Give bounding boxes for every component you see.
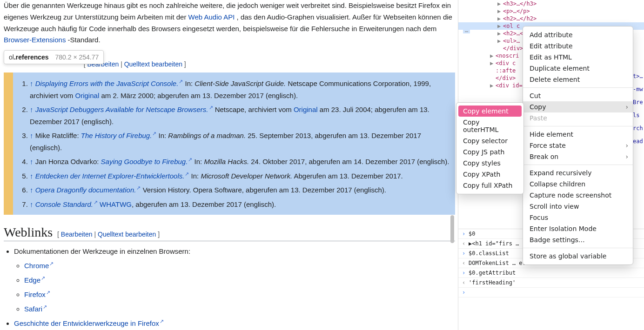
expand-triangle-icon[interactable]: ▶: [490, 60, 493, 66]
ref-backlink[interactable]: ↑: [30, 79, 34, 87]
menu-item-paste: Paste: [523, 112, 633, 124]
list-item: Geschichte der Entwicklerwerkzeuge in Fi…: [14, 317, 455, 330]
reference-item: ↑ Mike Ratcliffe: The History of Firebug…: [30, 129, 451, 153]
external-link-icon: ↗: [94, 199, 98, 205]
dom-node-row[interactable]: ▶<p>…</p>: [458, 7, 644, 15]
menu-item-copy-outerhtml[interactable]: Copy outerHTML: [456, 117, 523, 135]
menu-item-copy-styles[interactable]: Copy styles: [456, 158, 523, 169]
ref-backlink[interactable]: ↑: [30, 200, 34, 208]
chevron-right-icon: ›: [625, 103, 628, 111]
console-input-row[interactable]: ›: [458, 288, 644, 297]
menu-item-edit-as-html[interactable]: Edit as HTML: [523, 52, 633, 63]
expand-triangle-icon[interactable]: ▶: [497, 30, 501, 37]
menu-item-expand-recursively[interactable]: Expand recursively: [523, 167, 633, 178]
menu-item-hide-element[interactable]: Hide element: [523, 129, 633, 140]
reference-item: ↑ JavaScript Debuggers Available for Net…: [30, 103, 451, 127]
menu-item-copy[interactable]: Copy›: [523, 101, 633, 112]
context-submenu-copy[interactable]: Copy elementCopy outerHTMLCopy selectorC…: [456, 102, 524, 194]
menu-item-cut[interactable]: Cut: [523, 90, 633, 101]
chevron-right-icon: ›: [625, 142, 628, 149]
list-item: Safari↗: [24, 303, 455, 315]
menu-item-copy-full-xpath[interactable]: Copy full XPath: [456, 180, 523, 191]
ref-backlink[interactable]: ↑: [30, 106, 34, 113]
weblinks-header: Weblinks [ Bearbeiten | Quelltext bearbe…: [4, 225, 455, 241]
menu-item-capture-node-screenshot[interactable]: Capture node screenshot: [523, 190, 633, 201]
menu-separator: [523, 126, 633, 126]
menu-item-copy-selector[interactable]: Copy selector: [456, 135, 523, 146]
tooltip-tag: ol: [9, 53, 14, 61]
console-output-row: ‹'firstHeading': [458, 278, 644, 288]
ref-original-link[interactable]: Original: [294, 106, 318, 113]
menu-item-copy-element[interactable]: Copy element: [458, 106, 522, 117]
prompt-icon: ›: [462, 231, 469, 237]
menu-item-store-as-global-variable[interactable]: Store as global variable: [523, 251, 633, 262]
expand-triangle-icon[interactable]: ▶: [497, 0, 501, 7]
ref-title-link[interactable]: Saying Goodbye to Firebug.: [101, 158, 188, 165]
menu-item-edit-attribute[interactable]: Edit attribute: [523, 40, 633, 52]
external-link-icon: ↗: [209, 105, 213, 110]
link-browser[interactable]: Safari: [24, 305, 42, 313]
menu-item-copy-xpath[interactable]: Copy XPath: [456, 169, 523, 180]
menu-item-collapse-children[interactable]: Collapse children: [523, 178, 633, 190]
scrollbar-thumb[interactable]: [450, 215, 454, 243]
dom-node-row[interactable]: ▶<h3>…</h3>: [458, 0, 644, 7]
link-browser[interactable]: Chrome: [24, 262, 49, 270]
ref-backlink[interactable]: ↑: [30, 158, 34, 165]
ref-title-link[interactable]: Displaying Errors with the JavaScript Co…: [35, 79, 179, 87]
menu-item-delete-element[interactable]: Delete element: [523, 74, 633, 85]
ref-title-link[interactable]: Entdecken der Internet Explorer-Entwickl…: [35, 172, 185, 180]
highlight-margin-bar: [4, 73, 13, 215]
link-browser-extensions[interactable]: Browser-Extensions: [4, 36, 66, 44]
prompt-icon: ›: [462, 270, 469, 276]
menu-item-badge-settings-[interactable]: Badge settings…: [523, 234, 633, 245]
reference-item: ↑ Opera Dragonfly documentation.↗ Versio…: [30, 184, 451, 196]
edit-link[interactable]: Bearbeiten: [61, 231, 93, 238]
link-browser[interactable]: Edge: [24, 276, 40, 284]
reference-item: ↑ Entdecken der Internet Explorer-Entwic…: [30, 170, 451, 182]
menu-separator: [523, 87, 633, 88]
external-link-icon: ↗: [152, 131, 156, 136]
tooltip-dimensions: 780.2 × 254.77: [55, 53, 99, 61]
references-block: ↑ Displaying Errors with the JavaScript …: [4, 73, 455, 215]
external-link-icon: ↗: [49, 261, 54, 266]
ref-backlink[interactable]: ↑: [30, 132, 34, 139]
scrollbar-track[interactable]: [449, 0, 455, 330]
menu-item-scroll-into-view[interactable]: Scroll into view: [523, 201, 633, 212]
ref-by-link[interactable]: WHATWG: [98, 200, 132, 208]
ref-backlink[interactable]: ↑: [30, 186, 34, 194]
expand-triangle-icon[interactable]: ▶: [490, 53, 493, 59]
expand-triangle-icon[interactable]: ▶: [497, 23, 501, 29]
ref-title-link[interactable]: The History of Firebug.: [81, 132, 152, 139]
ref-backlink[interactable]: ↑: [30, 172, 34, 180]
link-browser[interactable]: Firefox: [24, 290, 46, 298]
link-firefox-history[interactable]: Geschichte der Entwicklerwerkzeuge in Fi…: [14, 319, 159, 327]
dom-node-row[interactable]: ▶<h2>…</h2>: [458, 15, 644, 22]
menu-item-focus[interactable]: Focus: [523, 212, 633, 223]
prompt-icon: ›: [462, 289, 469, 296]
menu-item-copy-js-path[interactable]: Copy JS path: [456, 146, 523, 158]
ref-title-link[interactable]: JavaScript Debuggers Available for Netsc…: [35, 106, 208, 113]
ref-title-link[interactable]: Opera Dragonfly documentation.: [35, 186, 136, 194]
ref-title-link[interactable]: Console Standard.: [35, 200, 93, 208]
link-web-audio-api[interactable]: Web Audio API: [188, 13, 235, 21]
menu-item-break-on[interactable]: Break on›: [523, 151, 633, 162]
editsrc-link[interactable]: Quelltext bearbeiten: [124, 60, 182, 68]
reference-item: ↑ Jan Honza Odvarko: Saying Goodbye to F…: [30, 155, 451, 168]
menu-item-add-attribute[interactable]: Add attribute: [523, 29, 633, 40]
console-input-row[interactable]: ›$0.getAttribut: [458, 268, 644, 278]
context-menu[interactable]: Add attributeEdit attributeEdit as HTMLD…: [523, 26, 633, 265]
menu-item-enter-isolation-mode[interactable]: Enter Isolation Mode: [523, 223, 633, 234]
expand-triangle-icon[interactable]: ▶: [497, 38, 501, 44]
editsrc-link[interactable]: Quelltext bearbeiten: [98, 231, 156, 238]
chevron-right-icon: ›: [625, 153, 628, 160]
expand-triangle-icon[interactable]: ▶: [497, 8, 501, 14]
bracket: [: [57, 231, 61, 238]
list-item: Edge↗: [24, 274, 455, 286]
expand-triangle-icon[interactable]: ▶: [497, 15, 501, 22]
sep: |: [121, 60, 124, 68]
ref-original-link[interactable]: Original: [75, 92, 100, 99]
expand-triangle-icon[interactable]: ▶: [490, 82, 493, 89]
menu-item-duplicate-element[interactable]: Duplicate element: [523, 63, 633, 74]
tooltip-class: .references: [14, 53, 49, 61]
menu-item-force-state[interactable]: Force state›: [523, 140, 633, 151]
